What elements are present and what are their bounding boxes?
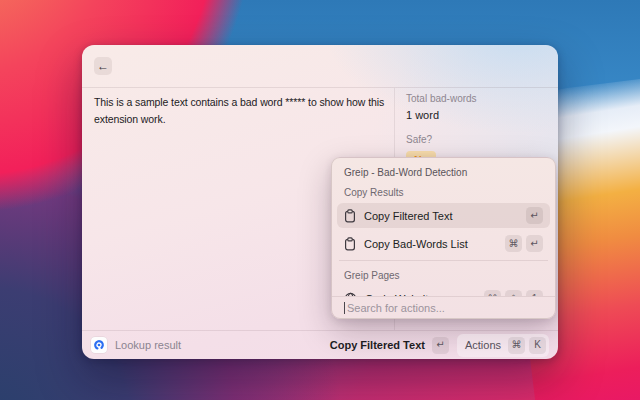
window-header: ← bbox=[82, 45, 558, 87]
greip-logo-icon bbox=[91, 337, 107, 353]
filtered-text-output: This is a sample text contains a bad wor… bbox=[94, 94, 386, 128]
detail-view: This is a sample text contains a bad wor… bbox=[82, 88, 558, 330]
primary-action-label: Copy Filtered Text bbox=[330, 339, 425, 351]
primary-action-button[interactable]: Copy Filtered Text ↵ bbox=[330, 337, 449, 354]
actions-menu-button[interactable]: Actions ⌘ K bbox=[457, 334, 549, 357]
return-key-icon: ↵ bbox=[526, 207, 543, 224]
command-key-icon: ⌘ bbox=[505, 235, 522, 252]
command-title: Lookup result bbox=[115, 339, 181, 351]
clipboard-icon bbox=[344, 237, 356, 251]
footer-bar: Lookup result Copy Filtered Text ↵ Actio… bbox=[82, 330, 558, 359]
actions-list: Greip - Bad-Word Detection Copy Results … bbox=[332, 158, 555, 296]
popup-section-divider bbox=[339, 260, 548, 261]
popup-title: Greip - Bad-Word Detection bbox=[344, 167, 543, 178]
search-placeholder: Search for actions... bbox=[347, 302, 445, 314]
action-label: Copy Bad-Words List bbox=[364, 238, 497, 250]
metadata-label-total: Total bad-words bbox=[406, 93, 548, 104]
key-k: K bbox=[529, 337, 546, 354]
section-copy-results: Copy Results bbox=[344, 187, 543, 198]
back-button[interactable]: ← bbox=[94, 57, 112, 75]
action-copy-badwords-list[interactable]: Copy Bad-Words List ⌘ ↵ bbox=[337, 231, 550, 256]
actions-button-label: Actions bbox=[465, 339, 501, 351]
action-greip-website[interactable]: Greip Website ⌘ ⇧ 1 bbox=[337, 286, 550, 296]
text-cursor bbox=[344, 302, 345, 314]
actions-search-input[interactable]: Search for actions... bbox=[332, 296, 555, 318]
raycast-window: ← This is a sample text contains a bad w… bbox=[82, 45, 558, 359]
metadata-value-total: 1 word bbox=[406, 109, 548, 121]
return-key-icon: ↵ bbox=[432, 337, 449, 354]
action-label: Copy Filtered Text bbox=[364, 210, 518, 222]
command-key-icon: ⌘ bbox=[508, 337, 525, 354]
section-greip-pages: Greip Pages bbox=[344, 270, 543, 281]
back-arrow-icon: ← bbox=[97, 60, 109, 72]
actions-popup: Greip - Bad-Word Detection Copy Results … bbox=[331, 157, 556, 319]
return-key-icon: ↵ bbox=[526, 235, 543, 252]
clipboard-icon bbox=[344, 209, 356, 223]
action-copy-filtered-text[interactable]: Copy Filtered Text ↵ bbox=[337, 203, 550, 228]
metadata-label-safe: Safe? bbox=[406, 134, 548, 145]
